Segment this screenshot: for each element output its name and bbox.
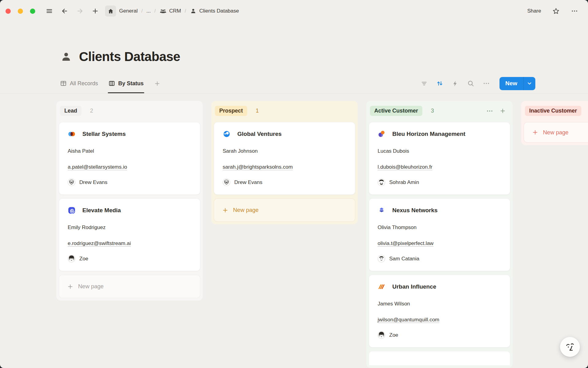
avatar-zoe (378, 331, 385, 339)
contact-email[interactable]: jwilson@quantumquill.com (378, 317, 439, 323)
record-card[interactable]: Global Ventures Sarah Johnson sarah.j@br… (214, 122, 355, 195)
company-name: Elevate Media (82, 207, 121, 214)
minimize-window-button[interactable] (18, 9, 23, 14)
urban-influence-logo (378, 283, 386, 291)
zoom-window-button[interactable] (30, 9, 35, 14)
automation-icon[interactable] (452, 80, 459, 87)
plus-icon (67, 283, 74, 290)
new-button-dropdown[interactable] (523, 77, 535, 90)
view-tab-by-status[interactable]: By Status (108, 74, 144, 93)
avatar-zoe (68, 255, 75, 263)
topbar-more-icon[interactable] (571, 7, 578, 15)
breadcrumb: General/.../CRM/Clients Database (119, 8, 239, 15)
company-name: Global Ventures (237, 131, 282, 137)
assignee-name: Drew Evans (79, 179, 107, 186)
breadcrumb-separator: / (185, 8, 186, 14)
chevron-down-icon (526, 80, 533, 86)
close-window-button[interactable] (6, 9, 11, 14)
sort-icon[interactable] (436, 80, 443, 87)
breadcrumb-item[interactable]: General (119, 8, 138, 14)
filter-icon[interactable] (420, 80, 428, 87)
home-icon[interactable] (105, 6, 116, 17)
status-pill[interactable]: Active Customer (370, 106, 422, 116)
breadcrumb-item[interactable]: ... (146, 8, 151, 14)
new-record-button[interactable]: New (499, 77, 535, 90)
breadcrumb-item[interactable]: Clients Database (190, 8, 239, 14)
add-view-icon[interactable] (154, 80, 160, 87)
record-card[interactable]: Elevate Media Emily Rodriguez e.rodrigue… (59, 198, 200, 271)
contact-email[interactable]: sarah.j@brightsparksolns.com (223, 164, 293, 170)
contact-name: James Wilson (378, 301, 501, 307)
breadcrumb-separator: / (141, 8, 142, 14)
assignee-name: Drew Evans (234, 179, 262, 186)
elevate-media-logo (68, 206, 76, 214)
contact-name: Olivia Thompson (378, 224, 501, 231)
breadcrumb-separator: / (154, 8, 156, 14)
column-header: Prospect 1 (214, 103, 355, 122)
people-icon (160, 8, 167, 15)
back-icon[interactable] (59, 6, 70, 17)
assignee-row: Zoe (68, 255, 191, 263)
plus-icon (532, 129, 538, 136)
search-icon[interactable] (467, 80, 474, 87)
new-page-button[interactable]: New page (524, 122, 588, 143)
topbar-right: Share (527, 7, 578, 15)
tab-label: All Records (70, 80, 98, 87)
board-column-lead: Lead 2 Stellar Systems Aisha Patel a.pat… (56, 101, 203, 301)
stellar-systems-logo (68, 130, 76, 138)
notion-ai-button[interactable] (560, 337, 580, 357)
column-header: Active Customer 3 (369, 103, 510, 122)
avatar-drew-evans (223, 178, 230, 186)
status-pill[interactable]: Prospect (215, 106, 247, 116)
column-header: Lead 2 (59, 103, 200, 122)
board-column-active: Active Customer 3 Bleu Horizon Managemen… (366, 101, 513, 368)
new-page-button[interactable]: New page (59, 275, 200, 298)
assignee-name: Sohrab Amin (389, 179, 419, 186)
new-button-label[interactable]: New (499, 77, 523, 90)
assignee-row: Drew Evans (68, 178, 191, 186)
company-name: Urban Influence (392, 283, 436, 290)
app-window: General/.../CRM/Clients Database Share C… (0, 0, 588, 368)
new-page-label: New page (78, 283, 104, 290)
menu-icon[interactable] (44, 6, 55, 17)
truncated-card[interactable] (369, 351, 510, 365)
page-title: Clients Database (79, 49, 180, 64)
forward-icon (74, 6, 85, 17)
record-card[interactable]: Bleu Horizon Management Lucas Dubois l.d… (369, 122, 510, 195)
column-more-icon[interactable] (486, 107, 493, 115)
column-count: 2 (90, 108, 93, 114)
plus-icon (222, 207, 228, 213)
contact-email[interactable]: l.dubois@bleuhorizon.fr (378, 164, 432, 170)
page-person-icon[interactable] (60, 51, 72, 63)
nav-icons (44, 6, 116, 17)
column-add-card-icon[interactable] (499, 108, 506, 114)
record-card[interactable]: Urban Influence James Wilson jwilson@qua… (369, 275, 510, 347)
assignee-name: Zoe (389, 332, 398, 338)
view-toolbar: New (420, 77, 535, 90)
company-name: Stellar Systems (82, 131, 126, 137)
assignee-row: Drew Evans (223, 178, 346, 186)
topbar: General/.../CRM/Clients Database Share (0, 0, 588, 22)
breadcrumb-item[interactable]: CRM (160, 8, 181, 15)
contact-email[interactable]: olivia.t@pixelperfect.law (378, 240, 434, 247)
favorite-star-icon[interactable] (552, 7, 560, 15)
breadcrumb-label: General (119, 8, 138, 14)
company-name: Bleu Horizon Management (392, 131, 466, 137)
contact-email[interactable]: a.patel@stellarsystems.io (68, 164, 127, 170)
status-pill[interactable]: Inactive Customer (525, 106, 581, 116)
breadcrumb-label: ... (146, 8, 151, 14)
company-name: Nexus Networks (392, 207, 438, 214)
more-icon[interactable] (483, 80, 490, 87)
share-button[interactable]: Share (527, 8, 541, 14)
new-page-label: New page (233, 207, 258, 213)
avatar-sohrab-amin (378, 178, 385, 186)
status-pill[interactable]: Lead (60, 106, 81, 116)
view-tab-all-records[interactable]: All Records (60, 74, 98, 93)
board-view: Lead 2 Stellar Systems Aisha Patel a.pat… (0, 94, 588, 360)
new-tab-icon[interactable] (90, 6, 101, 17)
new-page-button[interactable]: New page (214, 198, 355, 222)
board-column-inactive: Inactive Customer New page (521, 101, 588, 145)
record-card[interactable]: Nexus Networks Olivia Thompson olivia.t@… (369, 198, 510, 271)
contact-email[interactable]: e.rodriguez@swiftstream.ai (68, 240, 131, 247)
record-card[interactable]: Stellar Systems Aisha Patel a.patel@stel… (59, 122, 200, 195)
